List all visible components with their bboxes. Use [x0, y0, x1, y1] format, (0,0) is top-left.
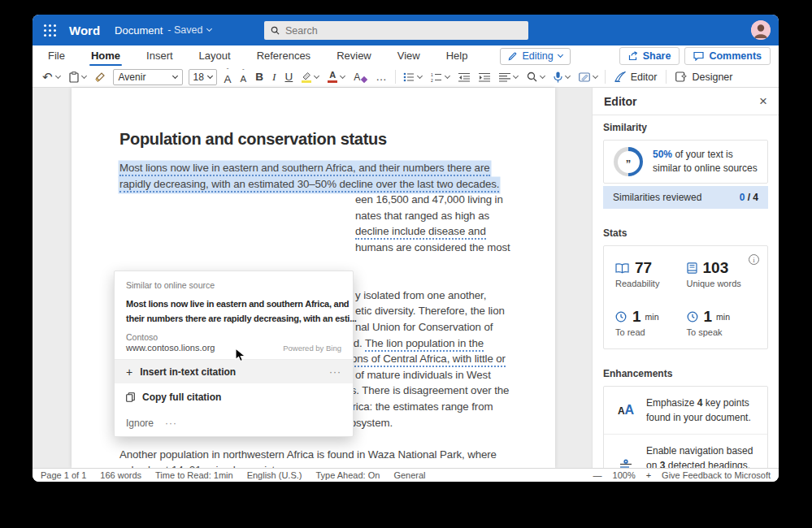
numbering-button[interactable]: 12	[429, 68, 451, 86]
stat-value: 103	[703, 259, 729, 277]
underline-button[interactable]: U	[284, 68, 295, 86]
italic-button[interactable]: I	[271, 68, 278, 86]
comment-icon	[693, 51, 704, 61]
status-type-ahead-on[interactable]: Type Ahead: On	[315, 470, 380, 480]
stat-to-speak[interactable]: 1minTo speak	[687, 308, 758, 337]
align-button[interactable]	[497, 68, 519, 86]
more-options-button[interactable]: …	[374, 68, 389, 86]
find-button[interactable]	[525, 68, 546, 86]
clock-icon	[615, 311, 627, 322]
tab-references[interactable]: References	[254, 45, 314, 67]
status-time-to-read-1min[interactable]: Time to Read: 1min	[155, 470, 233, 480]
body-text: nal Union for Conservation of	[355, 321, 493, 333]
text-line[interactable]: rapidly decreasing, with an estimated 30…	[119, 178, 555, 194]
avatar[interactable]	[751, 20, 771, 40]
search-input[interactable]	[285, 25, 522, 37]
dictate-button[interactable]	[552, 68, 571, 86]
font-family-select[interactable]: Avenir	[113, 69, 183, 85]
stats-heading: Stats	[603, 227, 768, 239]
chevron-down-icon	[206, 26, 212, 32]
text-line[interactable]: Another population in northwestern Afric…	[119, 448, 555, 465]
zoom-level[interactable]: 100%	[613, 470, 636, 480]
similarity-card[interactable]: ” 50% of your text is similar to online …	[603, 140, 768, 184]
status-166-words[interactable]: 166 words	[100, 470, 141, 480]
text-line[interactable]: nates that ranged as high as	[119, 210, 555, 226]
stat-label: Unique words	[687, 279, 758, 288]
clock-icon	[687, 311, 698, 322]
font-size-select[interactable]: 18	[189, 69, 217, 85]
bold-button[interactable]: B	[254, 68, 265, 86]
save-status[interactable]: - Saved	[167, 24, 211, 36]
zoom-out-button[interactable]: —	[593, 470, 602, 480]
powered-by-bing: Powered by Bing	[283, 344, 341, 353]
font-color-button[interactable]: A	[326, 68, 346, 86]
tab-review[interactable]: Review	[333, 45, 375, 67]
status-general[interactable]: General	[393, 470, 425, 480]
svg-text:1: 1	[431, 72, 433, 77]
stat-label: To read	[615, 327, 687, 337]
text-line[interactable]: een 16,500 and 47,000 living in	[119, 193, 555, 210]
body-text: y isolated from one another,	[355, 289, 486, 301]
feedback-link[interactable]: Give Feedback to Microsoft	[662, 470, 771, 480]
comments-button[interactable]: Comments	[684, 47, 771, 65]
enhancement-text: Emphasize 4 key points found in your doc…	[646, 396, 758, 425]
ink-editor-button[interactable]	[577, 68, 599, 86]
stat-value: 77	[635, 259, 652, 277]
stat-unique-words[interactable]: 103Unique words	[687, 259, 758, 288]
tab-file[interactable]: File	[45, 45, 68, 67]
tab-view[interactable]: View	[394, 45, 423, 67]
enhancements-card: AAEmphasize 4 key points found in your d…	[603, 386, 768, 468]
clear-formatting-button[interactable]: A	[352, 68, 368, 86]
insert-citation-menu-item[interactable]: + Insert in-text citation ···	[115, 360, 353, 383]
titlebar: Word Document - Saved	[33, 15, 779, 45]
undo-button[interactable]: ↶	[41, 68, 62, 86]
format-painter-button[interactable]	[93, 68, 107, 86]
shrink-font-button[interactable]: ˇA	[239, 68, 249, 86]
text-line[interactable]: Most lions now live in eastern and south…	[119, 162, 555, 178]
flagged-text: decline include disease and	[355, 225, 486, 240]
bullets-button[interactable]	[402, 68, 423, 86]
source-snippet: Most lions now live in eastern and south…	[115, 290, 353, 326]
divider	[605, 70, 606, 84]
tab-layout[interactable]: Layout	[196, 45, 234, 67]
status-english-u-s[interactable]: English (U.S.)	[247, 470, 302, 480]
more-options-icon[interactable]: ···	[165, 418, 177, 429]
ignore-menu-item[interactable]: Ignore ···	[115, 410, 353, 436]
enhancement-item-2[interactable]: Enable navigation based on 3 detected he…	[604, 434, 767, 468]
similarities-reviewed-bar[interactable]: Similarities reviewed 0 / 4	[603, 186, 768, 209]
copy-citation-menu-item[interactable]: Copy full citation	[115, 383, 353, 410]
text-line[interactable]: humans are considered the most	[119, 241, 555, 258]
tab-insert[interactable]: Insert	[143, 45, 176, 67]
app-name: Word	[69, 24, 100, 37]
source-url[interactable]: www.contoso.lions.org	[126, 343, 215, 353]
grow-font-button[interactable]: ˆA	[223, 68, 233, 86]
text-line[interactable]: decline include disease and	[119, 225, 555, 241]
more-options-icon[interactable]: ···	[329, 366, 341, 378]
decrease-indent-button[interactable]	[457, 68, 471, 86]
stat-readability[interactable]: 77Readability	[615, 259, 687, 288]
share-button[interactable]: Share	[619, 47, 680, 65]
increase-indent-button[interactable]	[477, 68, 492, 86]
app-launcher-icon[interactable]	[44, 24, 56, 37]
svg-text:2: 2	[431, 77, 433, 82]
tab-home[interactable]: Home	[88, 45, 124, 67]
enhancements-heading: Enhancements	[603, 368, 768, 379]
close-icon[interactable]: ×	[759, 94, 767, 108]
editor-button[interactable]: Editor	[611, 71, 661, 83]
zoom-in-button[interactable]: +	[646, 470, 651, 480]
paste-button[interactable]	[67, 68, 88, 86]
paragraph: Most lions now live in eastern and south…	[119, 162, 555, 273]
notebook-icon	[687, 262, 697, 274]
editing-mode-button[interactable]: Editing	[500, 48, 570, 65]
tab-help[interactable]: Help	[443, 45, 471, 67]
stat-label: To speak	[687, 327, 758, 337]
highlight-color-button[interactable]	[300, 68, 320, 86]
search-bar[interactable]	[264, 21, 528, 40]
document-title[interactable]: Document	[115, 24, 163, 37]
status-page-1-of-1[interactable]: Page 1 of 1	[41, 470, 86, 480]
info-icon[interactable]: i	[749, 254, 759, 265]
stat-to-read[interactable]: 1minTo read	[615, 308, 687, 337]
divider	[395, 70, 396, 84]
enhancement-item-1[interactable]: AAEmphasize 4 key points found in your d…	[604, 387, 767, 434]
designer-button[interactable]: Designer	[672, 71, 736, 83]
